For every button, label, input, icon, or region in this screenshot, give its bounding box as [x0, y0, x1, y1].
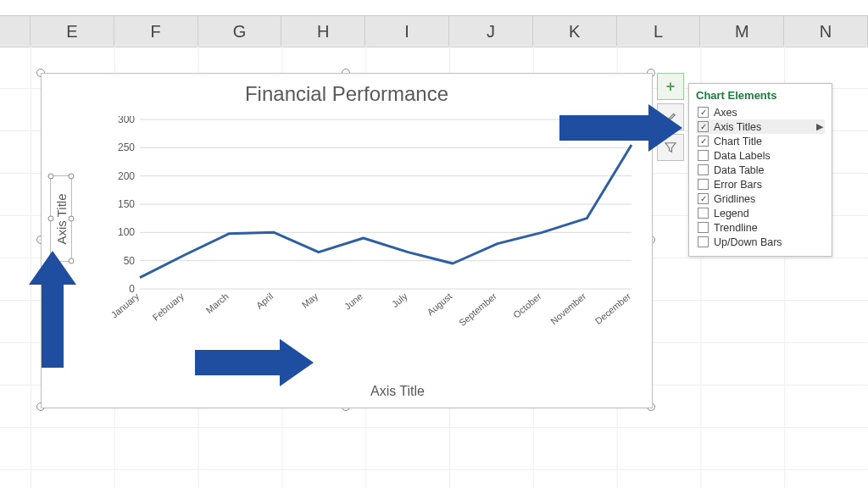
plus-icon: +: [666, 78, 676, 96]
column-header[interactable]: E: [31, 16, 114, 47]
svg-text:150: 150: [118, 198, 135, 210]
svg-text:May: May: [300, 291, 320, 310]
checkbox[interactable]: [698, 150, 709, 161]
annotation-arrow-flyout-body: [559, 115, 648, 141]
svg-text:October: October: [511, 291, 543, 320]
y-axis-title-text: Axis Title: [54, 193, 69, 244]
svg-text:March: March: [204, 291, 231, 315]
chart-plot-area[interactable]: 050100150200250300JanuaryFebruaryMarchAp…: [111, 116, 638, 340]
y-axis-title[interactable]: Axis Title: [50, 175, 72, 262]
column-header[interactable]: G: [198, 16, 282, 47]
svg-text:September: September: [457, 291, 498, 328]
chevron-right-icon: ▶: [816, 121, 823, 132]
column-header[interactable]: I: [365, 16, 449, 47]
annotation-arrow-up: [29, 251, 76, 285]
svg-text:January: January: [111, 291, 142, 320]
checkbox[interactable]: ✓: [698, 136, 709, 147]
chart-element-option-label: Gridlines: [714, 193, 755, 205]
checkbox[interactable]: ✓: [698, 121, 709, 132]
checkbox[interactable]: [698, 164, 709, 175]
chart-element-option-label: Data Table: [714, 164, 765, 176]
chart-element-option[interactable]: Data Table: [696, 163, 825, 177]
chart-element-option[interactable]: Up/Down Bars: [696, 235, 825, 249]
chart-title[interactable]: Financial Performance: [42, 74, 652, 109]
chart-element-option-label: Up/Down Bars: [714, 236, 782, 248]
spreadsheet-area: EFGHIJKLMN Financial Performance Axis Ti…: [0, 0, 868, 488]
annotation-arrow-right-body: [195, 350, 280, 375]
column-header[interactable]: H: [281, 16, 365, 47]
annotation-arrow-flyout: [648, 104, 682, 152]
column-header[interactable]: F: [114, 16, 198, 47]
svg-text:June: June: [342, 291, 364, 312]
checkbox[interactable]: [698, 236, 709, 247]
chart-element-option-label: Trendline: [714, 222, 758, 234]
chart-element-option-label: Legend: [714, 208, 749, 219]
chart-element-option[interactable]: ✓Gridlines: [696, 191, 825, 206]
svg-text:200: 200: [118, 170, 135, 182]
svg-text:250: 250: [118, 141, 135, 153]
svg-text:50: 50: [124, 255, 136, 267]
svg-text:July: July: [390, 291, 409, 309]
chart-element-option-label: Error Bars: [714, 179, 762, 191]
chart-element-option[interactable]: ✓Chart Title: [696, 134, 825, 148]
flyout-title: Chart Elements: [696, 89, 825, 105]
chart-element-option[interactable]: Legend: [696, 206, 825, 220]
svg-text:300: 300: [118, 116, 135, 125]
chart-element-option[interactable]: Trendline: [696, 220, 825, 235]
checkbox[interactable]: [698, 179, 709, 190]
svg-text:April: April: [254, 291, 275, 310]
chart-elements-flyout: Chart Elements ✓Axes✓Axis Titles▶✓Chart …: [688, 83, 832, 257]
chart-element-option[interactable]: Error Bars: [696, 177, 825, 191]
svg-text:December: December: [593, 291, 633, 326]
svg-text:November: November: [548, 291, 588, 326]
chart-element-option-label: Axes: [714, 107, 737, 119]
chart-element-option-label: Axis Titles: [714, 121, 761, 133]
svg-text:100: 100: [118, 226, 135, 238]
column-header-row: EFGHIJKLMN: [0, 15, 868, 47]
x-axis-title[interactable]: Axis Title: [42, 384, 652, 399]
chart-element-option[interactable]: Data Labels: [696, 148, 825, 163]
checkbox[interactable]: [698, 208, 709, 219]
header-lead: [0, 16, 31, 47]
column-header[interactable]: J: [449, 16, 533, 47]
column-header[interactable]: M: [700, 16, 784, 47]
chart-element-option[interactable]: ✓Axes: [696, 105, 825, 119]
column-header[interactable]: K: [533, 16, 617, 47]
svg-text:February: February: [151, 291, 186, 323]
column-header[interactable]: L: [617, 16, 701, 47]
column-header[interactable]: N: [784, 16, 868, 47]
checkbox[interactable]: ✓: [698, 193, 709, 204]
checkbox[interactable]: [698, 222, 709, 233]
checkbox[interactable]: ✓: [698, 107, 709, 118]
chart-element-option-label: Data Labels: [714, 150, 771, 162]
annotation-arrow-up-body: [42, 283, 64, 368]
chart-elements-button[interactable]: +: [657, 73, 684, 100]
chart-element-option[interactable]: ✓Axis Titles▶: [696, 119, 825, 134]
svg-text:August: August: [425, 291, 453, 317]
annotation-arrow-right: [280, 339, 314, 386]
chart-element-option-label: Chart Title: [714, 136, 762, 147]
